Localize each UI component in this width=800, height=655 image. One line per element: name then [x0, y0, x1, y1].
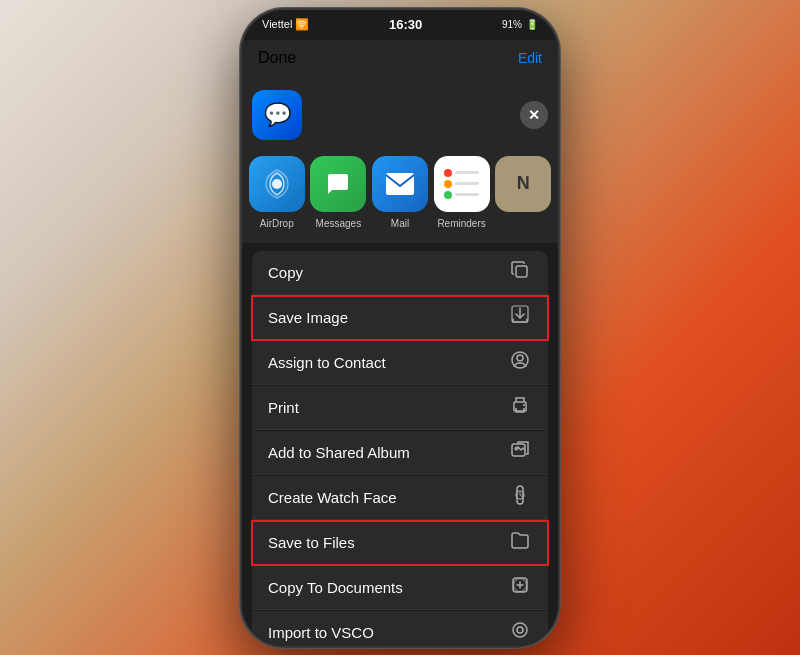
- save-image-label: Save Image: [268, 309, 348, 326]
- close-button[interactable]: ✕: [520, 101, 548, 129]
- airdrop-icon: [249, 156, 305, 212]
- watch-face-icon: [508, 485, 532, 510]
- reminders-label: Reminders: [437, 218, 485, 229]
- edit-button[interactable]: Edit: [518, 50, 542, 66]
- mail-icon: [372, 156, 428, 212]
- action-shared-album[interactable]: Add to Shared Album: [252, 431, 548, 475]
- app-item-reminders[interactable]: Reminders: [433, 156, 491, 229]
- more-label: N: [520, 218, 527, 229]
- carrier-text: Viettel 🛜: [262, 18, 309, 31]
- battery-icon: 🔋: [526, 19, 538, 30]
- print-icon: [508, 395, 532, 420]
- app-item-airdrop[interactable]: AirDrop: [248, 156, 306, 229]
- share-sheet: 💬 ✕ AirDrop: [242, 76, 558, 646]
- action-assign-contact[interactable]: Assign to Contact: [252, 341, 548, 385]
- print-label: Print: [268, 399, 299, 416]
- save-files-label: Save to Files: [268, 534, 355, 551]
- save-files-icon: [508, 530, 532, 555]
- svg-point-0: [272, 179, 282, 189]
- reminders-icon: [434, 156, 490, 212]
- messages-label: Messages: [316, 218, 362, 229]
- messenger-app-icon[interactable]: 💬: [252, 90, 302, 140]
- airdrop-label: AirDrop: [260, 218, 294, 229]
- assign-contact-icon: [508, 350, 532, 375]
- assign-contact-label: Assign to Contact: [268, 354, 386, 371]
- status-icons: 91% 🔋: [502, 19, 538, 30]
- phone-shell: Viettel 🛜 16:30 91% 🔋 Done Edit 💬 ✕: [240, 8, 560, 648]
- shared-album-label: Add to Shared Album: [268, 444, 410, 461]
- background: Viettel 🛜 16:30 91% 🔋 Done Edit 💬 ✕: [0, 0, 800, 655]
- top-bar: Done Edit: [242, 40, 558, 76]
- action-copy-documents[interactable]: Copy To Documents: [252, 566, 548, 610]
- save-image-icon: [508, 305, 532, 330]
- app-item-messages[interactable]: Messages: [310, 156, 368, 229]
- action-save-files[interactable]: Save to Files: [252, 521, 548, 565]
- sheet-header: 💬 ✕: [242, 76, 558, 148]
- action-watch-face[interactable]: Create Watch Face: [252, 476, 548, 520]
- messages-icon: [310, 156, 366, 212]
- action-import-vsco[interactable]: Import to VSCO: [252, 611, 548, 646]
- messenger-icon: 💬: [264, 102, 291, 128]
- copy-documents-label: Copy To Documents: [268, 579, 403, 596]
- import-vsco-icon: [508, 620, 532, 645]
- watch-face-label: Create Watch Face: [268, 489, 397, 506]
- copy-label: Copy: [268, 264, 303, 281]
- svg-point-7: [523, 404, 525, 406]
- time-display: 16:30: [389, 17, 422, 32]
- action-copy[interactable]: Copy: [252, 251, 548, 295]
- done-label: Done: [258, 49, 296, 67]
- action-list: Copy Save Image: [242, 243, 558, 646]
- more-icon: N: [495, 156, 551, 212]
- import-vsco-label: Import to VSCO: [268, 624, 374, 641]
- svg-rect-2: [516, 266, 527, 277]
- status-bar: Viettel 🛜 16:30 91% 🔋: [242, 10, 558, 40]
- svg-point-14: [513, 623, 527, 637]
- svg-rect-1: [386, 173, 414, 195]
- svg-rect-8: [512, 444, 525, 456]
- app-item-mail[interactable]: Mail: [371, 156, 429, 229]
- svg-point-5: [517, 355, 523, 361]
- svg-point-15: [517, 627, 523, 633]
- shared-album-icon: [508, 440, 532, 465]
- mail-label: Mail: [391, 218, 409, 229]
- app-item-more[interactable]: N N: [494, 156, 552, 229]
- close-icon: ✕: [528, 107, 540, 123]
- apps-row: AirDrop Messages: [242, 148, 558, 243]
- battery-text: 91%: [502, 19, 522, 30]
- action-print[interactable]: Print: [252, 386, 548, 430]
- copy-documents-icon: [508, 575, 532, 600]
- action-save-image[interactable]: Save Image: [252, 296, 548, 340]
- copy-icon: [508, 260, 532, 285]
